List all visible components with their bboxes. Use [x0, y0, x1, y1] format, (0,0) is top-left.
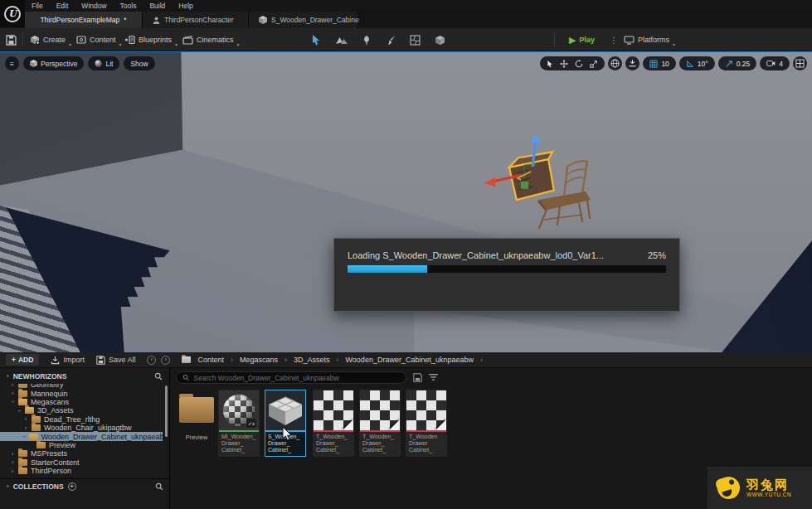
- watermark-url: WWW.YUTU.CN: [746, 492, 791, 497]
- tree-item-thirdperson[interactable]: ›ThirdPerson: [0, 467, 170, 475]
- tree-item-mspresets[interactable]: ›MSPresets: [0, 449, 170, 458]
- collections-header[interactable]: › COLLECTIONS +: [0, 478, 170, 493]
- menu-build[interactable]: Build: [149, 2, 165, 10]
- viewport-menu-button[interactable]: ≡: [5, 56, 19, 70]
- show-button[interactable]: Show: [124, 56, 154, 70]
- cinematics-button[interactable]: Cinematics ▾: [182, 28, 240, 51]
- asset-label-line: Cabinet_: [221, 447, 256, 453]
- scale-snap-control[interactable]: 0.25: [718, 56, 757, 70]
- rotate-tool-icon[interactable]: [575, 60, 583, 68]
- viewport[interactable]: ≡ Perspective Lit Show: [0, 51, 812, 352]
- select-tool-icon[interactable]: [547, 60, 553, 68]
- asset-t-wooden-drawer-cabinet-3[interactable]: T_Wooden Drawer Cabinet_: [406, 390, 447, 457]
- save-all-button[interactable]: Save All: [96, 356, 136, 365]
- surface-snap-icon: [628, 59, 637, 68]
- menu-edit[interactable]: Edit: [56, 2, 69, 10]
- save-search-icon[interactable]: [413, 373, 422, 382]
- menu-file[interactable]: File: [32, 2, 43, 10]
- chevron-right-icon: ›: [23, 424, 28, 432]
- create-button[interactable]: Create ▾: [30, 28, 71, 51]
- tab-label: ThirdPersonCharacter: [164, 16, 234, 24]
- breadcrumb-content[interactable]: Content: [197, 356, 224, 364]
- import-button[interactable]: Import: [51, 356, 85, 365]
- menu-tools[interactable]: Tools: [120, 2, 137, 10]
- chevron-right-icon: ›: [10, 458, 15, 466]
- asset-search-row: [176, 371, 438, 384]
- fracture-mode-button[interactable]: [410, 28, 421, 51]
- quad-view-icon: [795, 59, 805, 68]
- add-button[interactable]: + ADD: [6, 354, 39, 366]
- tree-item-wooden-chair[interactable]: ›Wooden_Chair_ukipagtbw: [0, 424, 170, 432]
- asset-label: Preview: [177, 434, 216, 441]
- search-icon[interactable]: [154, 372, 163, 381]
- perspective-button[interactable]: Perspective: [23, 56, 84, 70]
- search-input[interactable]: [194, 374, 400, 382]
- content-button[interactable]: Content ▾: [76, 28, 122, 51]
- grid-snap-icon: [649, 60, 658, 68]
- landscape-mode-button[interactable]: [336, 28, 348, 51]
- mesh-paint-mode-button[interactable]: [387, 28, 396, 51]
- rotation-snap-control[interactable]: 10°: [679, 56, 715, 70]
- sources-panel: › NEWHORIZONS ›Geometry ›Mannequin ›Mega…: [0, 368, 170, 509]
- tree-label: Dead_Tree_rlthg: [44, 415, 100, 424]
- tree-item-startercontent[interactable]: ›StarterContent: [0, 458, 170, 467]
- tree-item-dead-tree[interactable]: ›Dead_Tree_rlthg: [0, 415, 170, 424]
- tab-s-wooden-drawer-cabinet[interactable]: S_Wooden_Drawer_Cabine: [249, 12, 358, 28]
- forward-button[interactable]: ›: [161, 356, 170, 365]
- breadcrumb-3d-assets[interactable]: 3D_Assets: [294, 356, 330, 364]
- asset-label-line: T_Wooden_: [316, 434, 351, 440]
- platforms-button[interactable]: Platforms ▾: [624, 28, 675, 51]
- world-local-toggle[interactable]: [608, 56, 622, 70]
- select-mode-button[interactable]: [311, 28, 321, 51]
- menu-window[interactable]: Window: [81, 2, 106, 10]
- breadcrumb-wooden-drawer-cabinet[interactable]: Wooden_Drawer_Cabinet_uknpaeabw: [346, 356, 474, 364]
- save-button[interactable]: [6, 28, 17, 51]
- tree-scrollbar[interactable]: [165, 385, 168, 437]
- tree-item-3d-assets[interactable]: ›3D_Assets: [0, 406, 170, 414]
- tab-thirdpersoncharacter[interactable]: ThirdPersonCharacter: [143, 12, 249, 28]
- show-label: Show: [130, 60, 148, 68]
- tree-item-preview[interactable]: Preview: [0, 441, 170, 449]
- grid-snap-control[interactable]: 10: [643, 56, 675, 70]
- asset-t-wooden-drawer-cabinet-2[interactable]: T_Wooden_ Drawer_ Cabinet_: [359, 390, 401, 457]
- search-icon[interactable]: [155, 482, 163, 491]
- surface-snapping-button[interactable]: [625, 56, 639, 70]
- play-button[interactable]: ▶ Play: [569, 28, 595, 51]
- asset-mi-wooden-drawer-cabinet[interactable]: ✓x MI_Wooden_ Drawer_ Cabinet_: [218, 390, 260, 457]
- asset-t-wooden-drawer-cabinet-1[interactable]: T_Wooden_ Drawer_ Cabinet_: [313, 390, 354, 457]
- asset-s-wooden-drawer-cabinet[interactable]: S_Wooden_ Drawer_ Cabinet_: [265, 390, 306, 457]
- tree-item-wooden-drawer-cabinet[interactable]: ›Wooden_Drawer_Cabinet_uknpaeabw: [0, 432, 163, 440]
- ue-logo: U: [0, 0, 25, 27]
- create-label: Create: [43, 36, 66, 44]
- tab-label: ThirdPersonExampleMap: [40, 16, 119, 24]
- camera-speed-control[interactable]: 4: [760, 56, 790, 70]
- import-icon: [51, 356, 60, 365]
- play-options-button[interactable]: ⋮: [610, 28, 618, 51]
- asset-search-box[interactable]: [176, 371, 406, 384]
- maximize-viewport-button[interactable]: [793, 56, 807, 70]
- tree-item-mannequin[interactable]: ›Mannequin: [0, 389, 170, 397]
- add-label: ADD: [18, 356, 33, 364]
- menu-help[interactable]: Help: [178, 2, 192, 10]
- lit-mode-button[interactable]: Lit: [88, 56, 119, 70]
- move-tool-icon[interactable]: [560, 60, 568, 68]
- tab-thirdpersonexamplemap[interactable]: ThirdPersonExampleMap*: [25, 12, 143, 28]
- modeling-mode-button[interactable]: [435, 28, 445, 51]
- scale-tool-icon[interactable]: [590, 60, 598, 68]
- add-collection-icon[interactable]: +: [68, 482, 76, 491]
- breadcrumb-megascans[interactable]: Megascans: [240, 356, 278, 364]
- back-button[interactable]: ‹: [147, 356, 156, 365]
- scale-snap-icon: [725, 60, 733, 68]
- static-mesh-icon: [259, 16, 267, 24]
- camera-icon: [766, 60, 776, 67]
- selected-cabinet-on-chair[interactable]: [481, 132, 597, 230]
- asset-folder-preview[interactable]: Preview: [176, 390, 217, 442]
- filter-icon[interactable]: [429, 374, 438, 381]
- blueprints-button[interactable]: Blueprints ▾: [124, 28, 177, 51]
- caret-icon: ▾: [673, 41, 675, 47]
- cinematics-label: Cinematics: [197, 36, 234, 44]
- foliage-mode-button[interactable]: [362, 28, 372, 51]
- sources-header[interactable]: › NEWHORIZONS: [0, 368, 169, 384]
- asset-label-line: Drawer_: [221, 440, 256, 447]
- asset-label-line: MI_Wooden_: [221, 434, 256, 440]
